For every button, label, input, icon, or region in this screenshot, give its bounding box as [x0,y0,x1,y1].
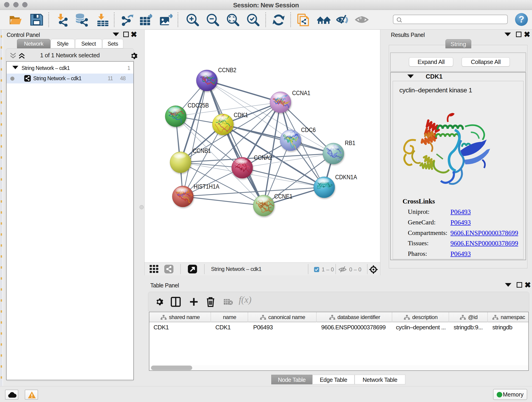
svg-text:CDK1: CDK1 [234,111,248,118]
svg-text:CCNA1: CCNA1 [292,89,310,96]
svg-text:RB1: RB1 [345,139,355,146]
svg-text:CCNE1: CCNE1 [274,193,293,200]
svg-text:CDC6: CDC6 [301,126,316,133]
svg-text:CCNB1: CCNB1 [193,147,211,154]
svg-text:CDC25B: CDC25B [188,102,209,109]
svg-text:HIST1H1A: HIST1H1A [194,183,220,190]
svg-text:CCNB2: CCNB2 [218,66,236,73]
svg-text:CCNA2: CCNA2 [254,154,272,161]
svg-text:CDKN1A: CDKN1A [335,173,357,180]
